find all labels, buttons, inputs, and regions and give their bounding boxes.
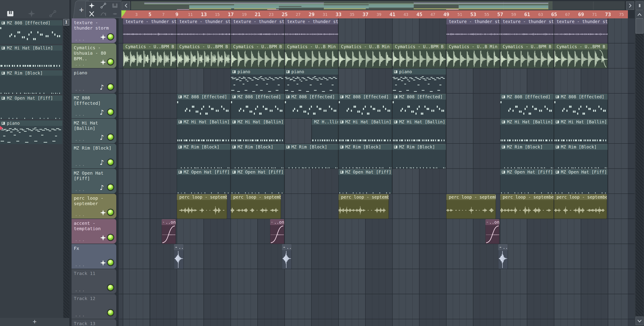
playlist-clip[interactable]: MZ Hi Hat [Ballin] bbox=[231, 119, 284, 143]
track-mute-led[interactable] bbox=[107, 284, 114, 291]
track-header[interactable]: Cymatics - Ushuaia - 80 BPM..... bbox=[72, 43, 116, 68]
playlist-clip[interactable]: texture - thunder storm bbox=[177, 19, 230, 43]
track-options-dots[interactable]: ... bbox=[75, 237, 86, 242]
playlist-clip[interactable]: MZ Open Hat [Fiff] bbox=[338, 169, 392, 194]
playlist-clip[interactable]: MZ Rim [Block] bbox=[177, 144, 230, 169]
add-pattern-button[interactable]: + bbox=[0, 318, 69, 326]
playlist-clip[interactable]: MZ 808 [Effected] bbox=[500, 94, 554, 118]
playlist-clip[interactable]: perc loop - september bbox=[338, 194, 389, 219]
playlist-clip[interactable]: MZ Rim [Block] bbox=[338, 144, 392, 169]
tool-wave-icon[interactable] bbox=[87, 2, 96, 10]
playlist-clip[interactable]: Cymatics - U..BPM B Min bbox=[231, 44, 284, 68]
track-header[interactable]: Track 13... bbox=[72, 319, 116, 326]
track-header[interactable]: Track 11... bbox=[72, 269, 116, 294]
playlist-clip[interactable]: MZ Rim [Block] bbox=[554, 144, 608, 169]
note-track-icon[interactable]: ♪ bbox=[100, 134, 106, 141]
playlist-clip[interactable]: .. bbox=[282, 244, 292, 269]
pattern-item[interactable]: MZ Rim [Block] bbox=[0, 69, 63, 94]
track-mute-led[interactable] bbox=[107, 309, 114, 316]
playlist-clip[interactable]: MZ 808 [Effected] bbox=[554, 94, 608, 118]
playlist-clip[interactable]: MZ 808 [Effected] bbox=[285, 94, 338, 118]
track-mute-led[interactable] bbox=[107, 184, 114, 191]
scrollbar-thumb[interactable] bbox=[636, 18, 644, 34]
note-track-icon[interactable]: ♪ bbox=[100, 84, 106, 90]
playlist-clip[interactable]: texture - thunder storm bbox=[231, 19, 284, 43]
scroll-up-button[interactable] bbox=[636, 10, 644, 19]
track-header[interactable]: texture - thunder storm... bbox=[72, 18, 116, 43]
playlist-clip[interactable]: MZ Hi Hat [Ballin] bbox=[500, 119, 554, 143]
track-mute-led[interactable] bbox=[107, 209, 114, 216]
playlist-clip[interactable]: MZ Open Hat [Fiff] bbox=[500, 169, 554, 194]
playlist-clip[interactable]: MZ Rim [Block] bbox=[231, 144, 284, 169]
track-header[interactable]: Fx... bbox=[72, 244, 116, 269]
pattern-item[interactable]: MZ 808 [Effected] bbox=[0, 19, 63, 44]
playlist-clip[interactable]: piano bbox=[231, 69, 284, 93]
tool-automation-icon[interactable] bbox=[99, 2, 108, 10]
playlist-clip[interactable]: perc loop - september bbox=[177, 194, 227, 219]
playlist-clip[interactable]: MZ 808 [Effected] bbox=[231, 94, 284, 118]
pattern-list-scrollbar[interactable] bbox=[63, 18, 69, 318]
playlist-clip[interactable]: Cymatics - U..BPM B Min bbox=[177, 44, 230, 68]
playlist-clip[interactable]: texture - thunder storm bbox=[123, 19, 176, 43]
playlist-clip[interactable]: MZ Hi Hat [Ballin] bbox=[338, 119, 392, 143]
pattern-panel-tab-automation-icon[interactable] bbox=[49, 10, 57, 18]
playlist-clip[interactable]: MZ Rim [Block] bbox=[392, 144, 446, 169]
playlist-clip[interactable]: Cymatics - U..B Min #2 bbox=[338, 44, 392, 68]
pattern-item[interactable]: MZ Hi Hat [Ballin] bbox=[0, 44, 63, 69]
track-mute-led[interactable] bbox=[107, 259, 114, 266]
track-header[interactable]: accent - temptation... bbox=[72, 219, 116, 244]
scrollbar-track[interactable] bbox=[636, 18, 644, 316]
playlist-clip[interactable]: MZ Rim [Block] bbox=[285, 144, 338, 169]
pattern-panel-collapse-button[interactable]: I bbox=[63, 19, 69, 26]
track-options-dots[interactable]: ... bbox=[75, 161, 86, 167]
playlist-clip[interactable]: MZ Hi Hat [Ballin] bbox=[177, 119, 230, 143]
playlist-navigator-strip[interactable] bbox=[131, 1, 625, 10]
playlist-clip[interactable]: perc loop - september bbox=[446, 194, 496, 219]
track-header[interactable]: Track 12... bbox=[72, 294, 116, 319]
playlist-clip[interactable]: MZ H..llin] bbox=[312, 119, 338, 143]
track-options-dots[interactable]: ... bbox=[75, 136, 86, 142]
tool-cut-icon[interactable] bbox=[87, 10, 96, 18]
playlist-clip[interactable]: MZ Open Hat [Fiff] bbox=[554, 169, 608, 194]
playlist-clip[interactable]: MZ 808 [Effected] bbox=[177, 94, 230, 118]
playlist-clip[interactable]: texture - thunder storm bbox=[554, 19, 608, 43]
playlist-clip[interactable]: MZ 808 [Effected] bbox=[338, 94, 392, 118]
playlist-clip[interactable]: ..on bbox=[270, 219, 284, 244]
playlist-clip[interactable]: Cymatics - U..BPM B Min bbox=[123, 44, 176, 68]
timeline-ruler[interactable]: 3579111315171921232527293133353739414345… bbox=[122, 10, 628, 18]
track-mute-led[interactable] bbox=[107, 234, 114, 241]
track-options-dots[interactable]: ... bbox=[75, 86, 86, 92]
pattern-panel-tab-wave-icon[interactable] bbox=[28, 10, 36, 18]
track-options-dots[interactable]: ... bbox=[75, 61, 86, 67]
pattern-item[interactable]: MZ Open Hat [Fiff] bbox=[0, 94, 63, 120]
audio-track-icon[interactable] bbox=[100, 260, 106, 266]
track-mute-led[interactable] bbox=[107, 58, 114, 65]
playlist-clip[interactable]: perc loop - september bbox=[231, 194, 281, 219]
track-header[interactable]: MZ 808 [Effected]...♪ bbox=[72, 94, 116, 118]
playlist-clip[interactable]: MZ Hi Hat [Ballin] bbox=[392, 119, 446, 143]
playlist-clip[interactable]: texture - thunder storm bbox=[500, 19, 554, 43]
audio-track-icon[interactable] bbox=[100, 34, 106, 40]
playlist-clip[interactable]: MZ Open Hat [Fiff] bbox=[177, 169, 230, 194]
pattern-panel-tab-piano-icon[interactable] bbox=[6, 10, 14, 18]
navigator-scroll-left-button[interactable] bbox=[122, 1, 130, 10]
playlist-clip[interactable]: Cymatics - U..BPM B Min bbox=[500, 44, 554, 68]
playlist-grid[interactable]: texture - thunder stormtexture - thunder… bbox=[118, 18, 634, 326]
playlist-clip[interactable]: .. bbox=[498, 244, 508, 269]
audio-track-icon[interactable] bbox=[100, 59, 106, 65]
playlist-clip[interactable]: texture - thunder storm bbox=[285, 19, 338, 43]
playlist-clip[interactable]: piano bbox=[285, 69, 338, 93]
track-options-dots[interactable]: ... bbox=[75, 111, 86, 117]
track-options-dots[interactable]: ... bbox=[75, 287, 86, 292]
track-header[interactable]: piano...♪ bbox=[72, 69, 116, 93]
playlist-clip[interactable]: Cymatics - U..BPM B Min bbox=[392, 44, 446, 68]
note-track-icon[interactable]: ♪ bbox=[100, 159, 106, 166]
tool-slide-icon[interactable] bbox=[99, 10, 108, 18]
track-options-dots[interactable]: ... bbox=[75, 312, 86, 317]
track-header[interactable]: MZ Hi Hat [Ballin]...♪ bbox=[72, 119, 116, 143]
track-header[interactable]: MZ Open Hat [Fiff]...♪ bbox=[72, 169, 116, 194]
track-mute-led[interactable] bbox=[107, 109, 114, 115]
track-mute-led[interactable] bbox=[107, 33, 114, 40]
navigator-scroll-right-button[interactable] bbox=[626, 1, 634, 10]
playlist-clip[interactable]: MZ Open Hat [Fiff] bbox=[231, 169, 284, 194]
